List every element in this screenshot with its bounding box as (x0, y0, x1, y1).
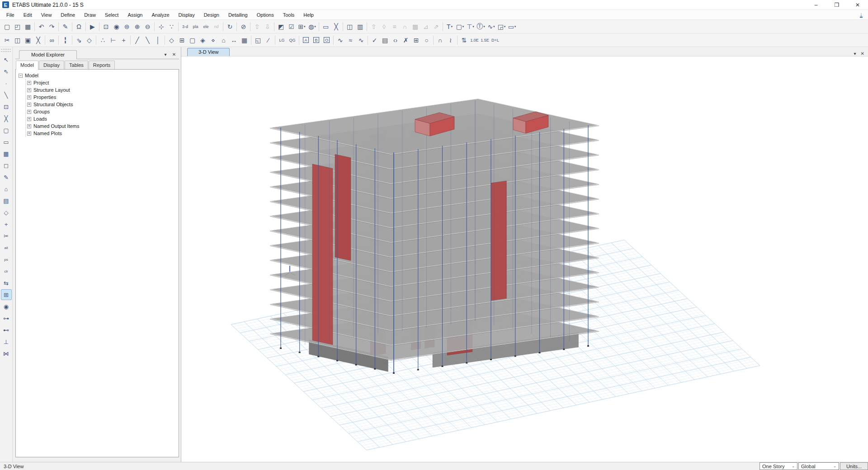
panel-close-icon[interactable]: ✕ (170, 51, 178, 58)
view-close-icon[interactable]: ✕ (861, 51, 864, 56)
wall-stack-button[interactable]: ◲▾ (496, 21, 507, 32)
toolbar-grip[interactable]: •••••••••••• (1, 48, 11, 52)
snap-to-points-button[interactable]: ◉ (1, 301, 12, 312)
shift-stories-button[interactable]: ⇅ (459, 35, 469, 46)
show-all-button[interactable]: all (1, 242, 12, 253)
menu-define[interactable]: Define (56, 11, 80, 19)
save-model-button[interactable]: ▦ (23, 21, 33, 32)
tree-item-named-plots[interactable]: +Named Plots (27, 130, 178, 137)
plot-forces-button[interactable]: ≈ (345, 35, 356, 46)
zoom-region-button[interactable]: ◱ (253, 35, 263, 46)
select-object-button[interactable]: ◩ (276, 21, 286, 32)
snap-to-grid-button[interactable]: ⊞ (1, 289, 12, 300)
design-check-button[interactable]: ✓ (369, 35, 380, 46)
menu-display[interactable]: Display (174, 11, 199, 19)
quick-grid-button[interactable]: QG (287, 35, 297, 46)
view-menu-icon[interactable]: ▾ (854, 51, 856, 56)
model-explorer-title[interactable]: Model Explorer (19, 50, 77, 59)
tree-item-groups[interactable]: +Groups (27, 108, 178, 115)
dimension-lines-button[interactable]: ╏ (60, 35, 71, 46)
story-views-button[interactable]: ▥ (355, 21, 365, 32)
menu-tools[interactable]: Tools (278, 11, 299, 19)
tree-expand-named-plots[interactable]: + (27, 132, 31, 136)
redo-button[interactable]: ↷ (47, 21, 57, 32)
run-analysis-button[interactable]: ▶ (87, 21, 98, 32)
move-view-button[interactable]: ⇗ (431, 21, 441, 32)
quick-draw-wall-button[interactable]: ⌂ (1, 183, 12, 194)
tree-item-structure-layout[interactable]: +Structure Layout (27, 86, 178, 94)
menu-detailing[interactable]: Detailing (224, 11, 252, 19)
snip-button[interactable]: ✂ (2, 35, 12, 46)
new-model-button[interactable]: ▢ (2, 21, 12, 32)
edit-lines-button[interactable]: ⊢ (108, 35, 118, 46)
line-snap-button[interactable]: ∕ (263, 35, 274, 46)
draw-joint-button[interactable]: ∙ (1, 78, 12, 89)
text-box-button[interactable]: Ⓣ▾ (476, 21, 486, 32)
lane-loads-button[interactable]: ∩ (435, 35, 445, 46)
view-3d-button[interactable]: 3-d (180, 21, 190, 32)
tree-expand-named-output-items[interactable]: + (27, 124, 31, 128)
extrude-button[interactable]: ⇘ (74, 35, 84, 46)
find-button[interactable]: ∞ (47, 35, 57, 46)
delete-button[interactable]: ╳ (33, 35, 43, 46)
show-labels-b-button[interactable]: B (311, 35, 321, 46)
restore-button[interactable]: ❐ (826, 0, 847, 9)
response-plot-button[interactable]: ≀ (445, 35, 456, 46)
rendering-button[interactable]: ◊ (379, 21, 389, 32)
quick-draw-frame-button[interactable]: ⊡ (1, 101, 12, 112)
menu-file[interactable]: File (2, 11, 19, 19)
add-area-button[interactable]: ◈ (198, 35, 208, 46)
section-cut-button[interactable]: ⊘ (238, 21, 249, 32)
select-reshape-button[interactable]: ⇖ (1, 66, 12, 77)
draw-tee-button[interactable]: ⊤▾ (465, 21, 476, 32)
menu-edit[interactable]: Edit (19, 11, 37, 19)
paste-button[interactable]: ▣ (23, 35, 33, 46)
draw-rect-floor-button[interactable]: ▦ (1, 148, 12, 159)
flag-failures-button[interactable]: ✗ (401, 35, 411, 46)
menu-options[interactable]: Options (252, 11, 278, 19)
tree-expand-loads[interactable]: + (27, 117, 31, 121)
object-shading-button[interactable]: ◍▾ (307, 21, 317, 32)
show-undeformed-button[interactable]: ▭ (321, 21, 331, 32)
draw-wave-button[interactable]: ∿▾ (486, 21, 496, 32)
tree-expand-project[interactable]: + (27, 81, 31, 85)
quick-draw-wall-button[interactable]: ◇ (166, 35, 177, 46)
measure-button[interactable]: ≡ (389, 21, 400, 32)
show-labels-o-button[interactable]: O (321, 35, 332, 46)
restore-full-view-button[interactable]: ◉ (111, 21, 122, 32)
quick-draw-braces-button[interactable]: ╳ (1, 113, 12, 124)
plan-snap-button[interactable]: ps (1, 254, 12, 265)
menu-analyze[interactable]: Analyze (147, 11, 174, 19)
tree-item-named-output-items[interactable]: +Named Output Items (27, 122, 178, 130)
3d-viewport[interactable] (181, 56, 868, 462)
section-designer-button[interactable]: ⊿ (420, 21, 431, 32)
draw-door-button[interactable]: ▤ (1, 195, 12, 206)
view-named-button[interactable]: nd (211, 21, 222, 32)
snap-to-midpoints-button[interactable]: ⊷ (1, 324, 12, 335)
menu-design[interactable]: Design (199, 11, 224, 19)
elevation-views-button[interactable]: ◫ (344, 21, 355, 32)
draw-polygon-button[interactable]: ⌂ (218, 35, 229, 46)
draw-floor-button[interactable]: ▭ (1, 136, 12, 147)
show-labels-a-button[interactable]: A (301, 35, 311, 46)
snap-to-axes-button[interactable]: ⋈ (1, 348, 12, 359)
tree-expand-structural-objects[interactable]: + (27, 103, 31, 107)
draw-frame-button[interactable]: ╱ (132, 35, 142, 46)
tree-expand-groups[interactable]: + (27, 110, 31, 114)
tree-expand-structure-layout[interactable]: + (27, 88, 31, 92)
move-up-in-list-button[interactable]: ⇧ (252, 21, 262, 32)
draw-secondary-beams-button[interactable]: ▢ (1, 125, 12, 136)
clear-selection-button[interactable]: clr (1, 266, 12, 277)
explorer-tab-display[interactable]: Display (39, 61, 64, 69)
tab-3d-view[interactable]: 3-D View (187, 48, 230, 56)
explorer-tab-model[interactable]: Model (16, 61, 38, 70)
explorer-tab-reports[interactable]: Reports (89, 61, 115, 69)
plot-deformed-button[interactable]: ∿ (335, 35, 345, 46)
overwrite-grid-button[interactable]: ⊞ (411, 35, 421, 46)
rotate-3d-view-button[interactable]: ↻ (225, 21, 235, 32)
units-button[interactable]: Units... (840, 462, 868, 470)
merge-points-button[interactable]: ∴ (98, 35, 108, 46)
reference-plane-button[interactable]: ▢ (187, 35, 198, 46)
explorer-tab-tables[interactable]: Tables (65, 61, 88, 69)
draw-brace-button[interactable]: ╲ (142, 35, 153, 46)
